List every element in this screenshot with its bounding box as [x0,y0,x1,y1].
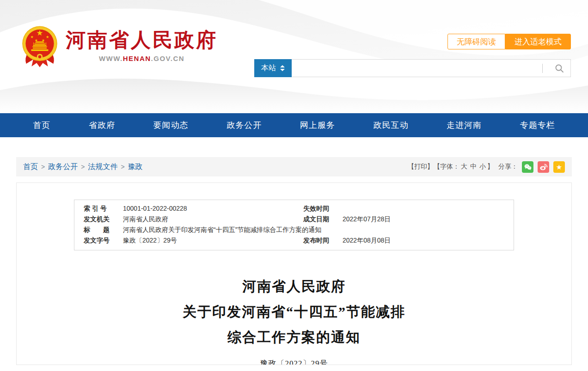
share-label: 分享： [498,163,518,171]
breadcrumb-item-yuzheng[interactable]: 豫政 [128,162,143,172]
site-title: 河南省人民政府 [66,29,218,51]
search-scope-label: 本站 [261,63,276,73]
nav-item-online-services[interactable]: 网上服务 [300,120,335,131]
info-label-issuing-agency: 发文机关 [84,214,123,225]
site-logo[interactable]: 河南省人民政府 WWW.HENAN.GOV.CN [20,25,218,68]
document-info-table: 索 引 号 10001-01-2022-00228 失效时间 发文机关 河南省人… [74,200,514,250]
info-label-expiry-date: 失效时间 [303,203,343,214]
info-label-index-number: 索 引 号 [84,203,123,214]
nav-item-about-henan[interactable]: 走进河南 [447,120,482,131]
favorite-star-icon[interactable]: ★ [553,161,565,173]
sort-arrows-icon [280,65,285,71]
font-size-large-button[interactable]: 大 [461,163,467,171]
breadcrumb-item-home[interactable]: 首页 [23,162,38,172]
font-size-suffix: 】 [487,163,494,171]
accessibility-reading-button[interactable]: 无障碍阅读 [447,34,505,49]
search-scope-dropdown[interactable]: 本站 [254,59,292,77]
wechat-share-icon[interactable] [522,161,533,173]
elder-mode-button[interactable]: 进入适老模式 [505,34,571,49]
document-title: 河南省人民政府 关于印发河南省“十四五”节能减排 综合工作方案的通知 [17,274,571,350]
nav-item-news[interactable]: 要闻动态 [153,120,189,131]
info-value-issuing-agency: 河南省人民政府 [123,214,303,225]
breadcrumb-item-gov-info[interactable]: 政务公开 [48,162,78,172]
info-value-index-number: 10001-01-2022-00228 [123,203,303,214]
article-content: 索 引 号 10001-01-2022-00228 失效时间 发文机关 河南省人… [16,182,572,365]
font-size-small-button[interactable]: 小 [479,163,486,171]
info-value-publish-date: 2022年08月08日 [343,235,504,246]
national-emblem-icon [20,25,59,68]
mode-buttons: 无障碍阅读 进入适老模式 [447,34,571,49]
nav-item-public-interaction[interactable]: 政民互动 [373,120,408,131]
font-size-medium-button[interactable]: 中 [470,163,477,171]
info-label-title: 标 题 [84,225,123,235]
nav-item-gov-info-disclosure[interactable]: 政务公开 [227,120,262,131]
breadcrumb-separator: > [41,163,45,170]
document-title-line-1: 河南省人民政府 [17,274,571,299]
info-value-date-written: 2022年07月28日 [343,214,504,225]
search-divider [542,64,543,73]
site-url-prefix: WWW. [99,55,123,62]
wechat-bubbles-icon [523,163,532,171]
search-button[interactable] [548,60,570,77]
document-title-line-2: 关于印发河南省“十四五”节能减排 [17,299,571,324]
breadcrumb-separator: > [121,163,124,170]
search-icon [555,64,564,73]
document-number: 豫政〔2022〕29号 [17,358,571,365]
site-header: 河南省人民政府 WWW.HENAN.GOV.CN 无障碍阅读 进入适老模式 本站 [0,0,588,113]
page-tools: 【打印】 【字体： 大 中 小 】 分享： [408,161,565,173]
nav-item-home[interactable]: 首页 [33,120,50,131]
breadcrumb-separator: > [81,163,85,170]
search-input[interactable] [292,60,542,77]
breadcrumb-bar: 首页 > 政务公开 > 法规文件 > 豫政 【打印】 【字体： 大 中 小 】 … [16,157,572,176]
font-size-prefix: 【字体： [434,163,459,171]
info-value-expiry-date [343,203,504,214]
print-button[interactable]: 【打印】 [408,163,434,171]
search-bar: 本站 [254,59,571,77]
logo-text: 河南省人民政府 WWW.HENAN.GOV.CN [66,25,218,62]
breadcrumb-item-regulations[interactable]: 法规文件 [88,162,117,172]
nav-item-provincial-government[interactable]: 省政府 [89,120,115,131]
nav-item-special-topics[interactable]: 专题专栏 [520,120,555,131]
info-label-document-number: 发文字号 [84,235,123,246]
info-value-title: 河南省人民政府关于印发河南省“十四五”节能减排综合工作方案的通知 [123,225,504,235]
document-title-line-3: 综合工作方案的通知 [17,324,571,350]
info-label-date-written: 成文日期 [303,214,343,225]
info-label-publish-date: 发布时间 [303,235,343,246]
breadcrumb: 首页 > 政务公开 > 法规文件 > 豫政 [23,162,143,172]
site-url-suffix: .GOV.CN [151,55,184,62]
site-url: WWW.HENAN.GOV.CN [66,55,218,62]
weibo-eye-icon [539,163,548,171]
weibo-share-icon[interactable] [538,161,549,173]
main-navigation: 首页 省政府 要闻动态 政务公开 网上服务 政民互动 走进河南 专题专栏 [0,113,588,137]
info-value-document-number: 豫政〔2022〕29号 [123,235,303,246]
site-url-highlight: HENAN [123,55,151,62]
